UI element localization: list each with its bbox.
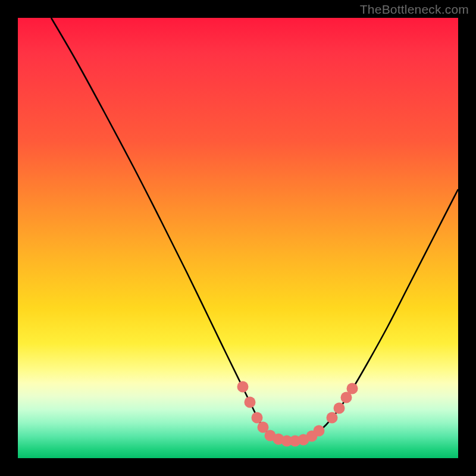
marker-dot — [314, 425, 325, 437]
highlight-markers — [237, 381, 358, 447]
curve-overlay — [18, 18, 458, 458]
marker-dot — [334, 403, 345, 414]
marker-dot — [237, 381, 249, 393]
bottleneck-curve — [51, 18, 458, 441]
marker-dot — [245, 397, 256, 408]
marker-dot — [327, 412, 338, 424]
plot-area — [18, 18, 458, 458]
watermark-text: TheBottleneck.com — [360, 2, 469, 17]
marker-dot — [252, 412, 263, 424]
chart-frame: TheBottleneck.com — [0, 0, 476, 476]
marker-dot — [347, 383, 358, 394]
